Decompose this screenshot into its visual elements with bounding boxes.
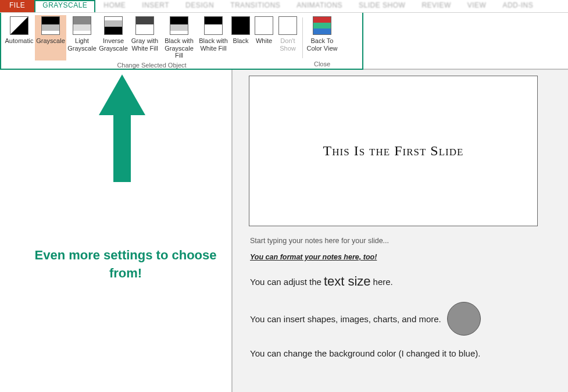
tab-addins[interactable]: ADD-INS [494, 0, 541, 12]
grayscale-icon [41, 16, 60, 35]
thumbnail-pane: Even more settings to choose from! [0, 70, 233, 392]
tab-grayscale[interactable]: GRAYSCALE [34, 0, 95, 12]
btn-black[interactable]: Black [229, 15, 252, 60]
tab-animations[interactable]: ANIMATIONS [288, 0, 351, 12]
black-grayscale-fill-icon [170, 16, 188, 35]
annotation-caption: Even more settings to choose from! [33, 247, 219, 283]
slide-title[interactable]: This Is the First Slide [323, 143, 464, 159]
inverse-grayscale-icon [104, 16, 123, 35]
automatic-icon [10, 16, 28, 35]
black-icon [231, 16, 250, 35]
btn-black-white-fill[interactable]: Black with White Fill [198, 15, 229, 60]
editor-pane: This Is the First Slide Start typing you… [233, 70, 568, 392]
tab-design[interactable]: DESIGN [177, 0, 222, 12]
ribbon-group-close: Back To Color View Close [305, 15, 339, 69]
ribbon-tabs: FILE GRAYSCALE HOME INSERT DESIGN TRANSI… [0, 0, 568, 13]
notes-insert-line: You can insert shapes, images, charts, a… [250, 302, 550, 336]
notes-panel[interactable]: Start typing your notes here for your sl… [249, 226, 551, 382]
notes-format-line: You can format your notes here, too! [250, 253, 550, 261]
btn-black-grayscale-fill[interactable]: Black with Grayscale Fill [160, 15, 198, 60]
btn-automatic[interactable]: Automatic [3, 15, 35, 60]
tab-file[interactable]: FILE [0, 0, 34, 12]
light-grayscale-icon [73, 16, 91, 35]
btn-gray-white-fill[interactable]: Gray with White Fill [129, 15, 160, 60]
svg-marker-0 [99, 74, 145, 182]
gray-circle-shape[interactable] [447, 302, 481, 336]
btn-white[interactable]: White [252, 15, 276, 60]
notes-hint: Start typing your notes here for your sl… [250, 237, 550, 245]
ribbon-group-label-change: Change Selected Object [117, 60, 186, 70]
btn-grayscale[interactable]: Grayscale [35, 15, 66, 60]
btn-inverse-grayscale[interactable]: Inverse Grayscale [98, 15, 129, 60]
gray-white-fill-icon [135, 16, 154, 35]
tab-insert[interactable]: INSERT [134, 0, 177, 12]
ribbon-separator [302, 17, 303, 58]
white-icon [255, 16, 273, 35]
notes-bg-line: You can change the background color (I c… [250, 348, 550, 358]
tab-home[interactable]: HOME [95, 0, 134, 12]
ribbon-group-change: Automatic Grayscale Light Grayscale Inve… [3, 15, 300, 69]
ribbon-group-label-close: Close [314, 59, 330, 69]
tab-review[interactable]: REVIEW [413, 0, 459, 12]
btn-dont-show[interactable]: Don't Show [276, 15, 300, 60]
dont-show-icon [278, 16, 297, 35]
annotation-arrow-icon [99, 74, 145, 185]
tab-view[interactable]: VIEW [459, 0, 495, 12]
content-area: Even more settings to choose from! This … [0, 70, 568, 392]
btn-light-grayscale[interactable]: Light Grayscale [66, 15, 98, 60]
btn-back-to-color[interactable]: Back To Color View [305, 15, 339, 59]
black-white-fill-icon [204, 16, 223, 35]
ribbon: Automatic Grayscale Light Grayscale Inve… [0, 13, 568, 70]
slide-canvas[interactable]: This Is the First Slide [249, 76, 538, 226]
tab-transitions[interactable]: TRANSITIONS [222, 0, 288, 12]
notes-size-line: You can adjust the text size here. [250, 274, 550, 289]
tab-slideshow[interactable]: SLIDE SHOW [351, 0, 413, 12]
back-to-color-icon [313, 16, 331, 35]
